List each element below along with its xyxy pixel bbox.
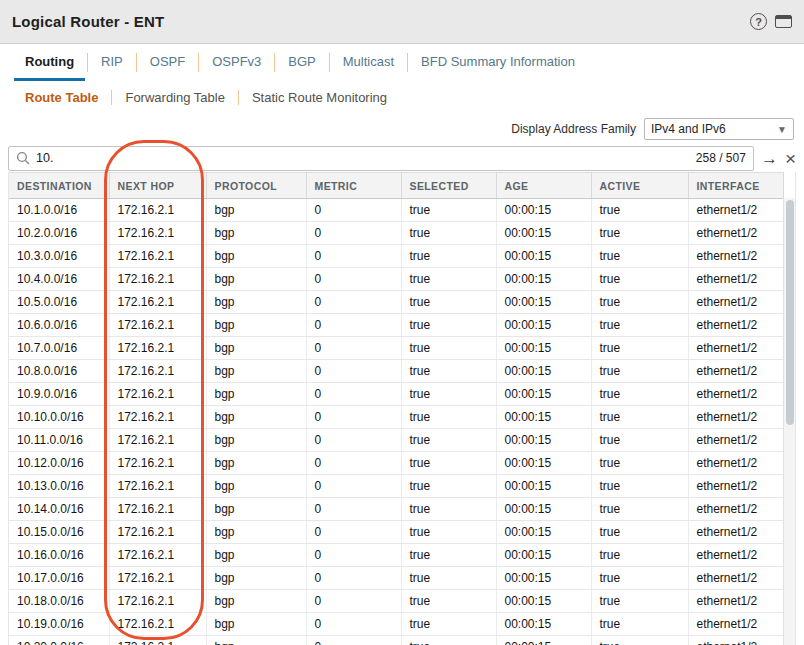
- tab-rip[interactable]: RIP: [90, 44, 134, 81]
- table-row[interactable]: 10.15.0.0/16172.16.2.1bgp0true00:00:15tr…: [9, 521, 784, 544]
- cell-active: true: [591, 429, 688, 452]
- cell-destination: 10.3.0.0/16: [9, 245, 109, 268]
- cell-next-hop: 172.16.2.1: [109, 222, 206, 245]
- scrollbar-thumb[interactable]: [786, 200, 794, 425]
- popout-window-icon[interactable]: [775, 15, 792, 28]
- tab-multicast[interactable]: Multicast: [332, 44, 405, 81]
- column-header-metric[interactable]: METRIC: [306, 173, 401, 199]
- table-row[interactable]: 10.8.0.0/16172.16.2.1bgp0true00:00:15tru…: [9, 360, 784, 383]
- cell-selected: true: [401, 406, 496, 429]
- search-input[interactable]: [36, 151, 690, 165]
- cell-next-hop: 172.16.2.1: [109, 199, 206, 222]
- column-header-age[interactable]: AGE: [496, 173, 591, 199]
- table-row[interactable]: 10.12.0.0/16172.16.2.1bgp0true00:00:15tr…: [9, 452, 784, 475]
- tab-separator: [329, 53, 330, 72]
- address-family-row: Display Address Family IPv4 and IPv6 ▼: [0, 114, 804, 144]
- cell-active: true: [591, 498, 688, 521]
- cell-active: true: [591, 452, 688, 475]
- table-row[interactable]: 10.6.0.0/16172.16.2.1bgp0true00:00:15tru…: [9, 314, 784, 337]
- subtab-forwarding-table[interactable]: Forwarding Table: [114, 81, 235, 114]
- cell-active: true: [591, 613, 688, 636]
- column-header-protocol[interactable]: PROTOCOL: [206, 173, 306, 199]
- table-row[interactable]: 10.19.0.0/16172.16.2.1bgp0true00:00:15tr…: [9, 613, 784, 636]
- clear-filter-icon[interactable]: ×: [785, 149, 796, 168]
- table-row[interactable]: 10.14.0.0/16172.16.2.1bgp0true00:00:15tr…: [9, 498, 784, 521]
- cell-destination: 10.20.0.0/16: [9, 636, 109, 645]
- cell-protocol: bgp: [206, 360, 306, 383]
- cell-metric: 0: [306, 613, 401, 636]
- cell-interface: ethernet1/2: [688, 360, 784, 383]
- tab-bfd-summary[interactable]: BFD Summary Information: [410, 44, 586, 81]
- cell-age: 00:00:15: [496, 383, 591, 406]
- column-header-selected[interactable]: SELECTED: [401, 173, 496, 199]
- table-row[interactable]: 10.10.0.0/16172.16.2.1bgp0true00:00:15tr…: [9, 406, 784, 429]
- cell-active: true: [591, 245, 688, 268]
- cell-metric: 0: [306, 291, 401, 314]
- table-row[interactable]: 10.18.0.0/16172.16.2.1bgp0true00:00:15tr…: [9, 590, 784, 613]
- cell-next-hop: 172.16.2.1: [109, 521, 206, 544]
- table-row[interactable]: 10.1.0.0/16172.16.2.1bgp0true00:00:15tru…: [9, 199, 784, 222]
- apply-filter-arrow-icon[interactable]: →: [761, 150, 778, 167]
- column-header-active[interactable]: ACTIVE: [591, 173, 688, 199]
- column-header-next-hop[interactable]: NEXT HOP: [109, 173, 206, 199]
- cell-destination: 10.5.0.0/16: [9, 291, 109, 314]
- table-row[interactable]: 10.16.0.0/16172.16.2.1bgp0true00:00:15tr…: [9, 544, 784, 567]
- subtab-static-route-monitoring[interactable]: Static Route Monitoring: [241, 81, 398, 114]
- cell-selected: true: [401, 590, 496, 613]
- column-header-destination[interactable]: DESTINATION: [9, 173, 109, 199]
- cell-age: 00:00:15: [496, 245, 591, 268]
- cell-interface: ethernet1/2: [688, 268, 784, 291]
- cell-protocol: bgp: [206, 268, 306, 291]
- table-row[interactable]: 10.20.0.0/16172.16.2.1bgp0true00:00:15tr…: [9, 636, 784, 645]
- tab-bgp[interactable]: BGP: [277, 44, 326, 81]
- tab-routing[interactable]: Routing: [14, 44, 85, 81]
- cell-selected: true: [401, 521, 496, 544]
- tab-ospfv3[interactable]: OSPFv3: [201, 44, 272, 81]
- cell-active: true: [591, 636, 688, 645]
- cell-interface: ethernet1/2: [688, 498, 784, 521]
- table-row[interactable]: 10.3.0.0/16172.16.2.1bgp0true00:00:15tru…: [9, 245, 784, 268]
- cell-metric: 0: [306, 268, 401, 291]
- cell-selected: true: [401, 222, 496, 245]
- logical-router-dialog: Logical Router - ENT ? Routing RIP OSPF …: [0, 0, 804, 645]
- cell-metric: 0: [306, 360, 401, 383]
- cell-protocol: bgp: [206, 544, 306, 567]
- subtab-route-table[interactable]: Route Table: [14, 81, 109, 114]
- display-address-family-label: Display Address Family: [511, 122, 636, 136]
- cell-next-hop: 172.16.2.1: [109, 406, 206, 429]
- table-row[interactable]: 10.13.0.0/16172.16.2.1bgp0true00:00:15tr…: [9, 475, 784, 498]
- table-row[interactable]: 10.5.0.0/16172.16.2.1bgp0true00:00:15tru…: [9, 291, 784, 314]
- page-title: Logical Router - ENT: [12, 13, 164, 30]
- cell-destination: 10.7.0.0/16: [9, 337, 109, 360]
- table-row[interactable]: 10.11.0.0/16172.16.2.1bgp0true00:00:15tr…: [9, 429, 784, 452]
- cell-protocol: bgp: [206, 406, 306, 429]
- tab-separator: [111, 90, 112, 105]
- tab-ospf[interactable]: OSPF: [139, 44, 196, 81]
- table-row[interactable]: 10.9.0.0/16172.16.2.1bgp0true00:00:15tru…: [9, 383, 784, 406]
- search-box[interactable]: 258 / 507: [8, 146, 754, 171]
- cell-destination: 10.14.0.0/16: [9, 498, 109, 521]
- main-tabs: Routing RIP OSPF OSPFv3 BGP Multicast BF…: [0, 44, 804, 81]
- cell-active: true: [591, 567, 688, 590]
- table-row[interactable]: 10.7.0.0/16172.16.2.1bgp0true00:00:15tru…: [9, 337, 784, 360]
- cell-age: 00:00:15: [496, 360, 591, 383]
- cell-age: 00:00:15: [496, 429, 591, 452]
- column-header-interface[interactable]: INTERFACE: [688, 173, 784, 199]
- address-family-select[interactable]: IPv4 and IPv6 ▼: [644, 118, 794, 140]
- cell-destination: 10.11.0.0/16: [9, 429, 109, 452]
- cell-interface: ethernet1/2: [688, 544, 784, 567]
- help-icon[interactable]: ?: [750, 13, 767, 30]
- cell-next-hop: 172.16.2.1: [109, 291, 206, 314]
- table-row[interactable]: 10.4.0.0/16172.16.2.1bgp0true00:00:15tru…: [9, 268, 784, 291]
- cell-interface: ethernet1/2: [688, 590, 784, 613]
- cell-active: true: [591, 360, 688, 383]
- table-row[interactable]: 10.17.0.0/16172.16.2.1bgp0true00:00:15tr…: [9, 567, 784, 590]
- titlebar: Logical Router - ENT ?: [0, 0, 804, 44]
- cell-interface: ethernet1/2: [688, 199, 784, 222]
- table-row[interactable]: 10.2.0.0/16172.16.2.1bgp0true00:00:15tru…: [9, 222, 784, 245]
- cell-age: 00:00:15: [496, 222, 591, 245]
- vertical-scrollbar[interactable]: [783, 198, 795, 645]
- cell-metric: 0: [306, 383, 401, 406]
- cell-interface: ethernet1/2: [688, 314, 784, 337]
- cell-active: true: [591, 337, 688, 360]
